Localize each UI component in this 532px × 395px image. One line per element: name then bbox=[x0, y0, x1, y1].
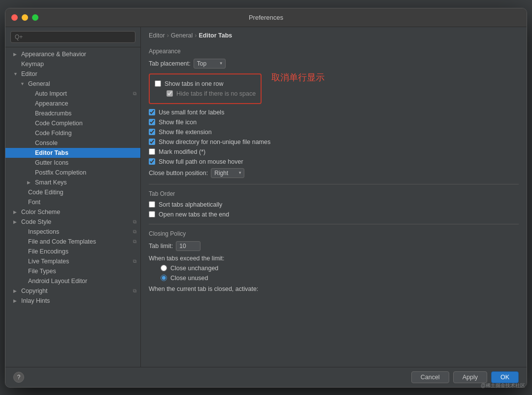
when-exceed-label-row: When tabs exceed the limit: bbox=[149, 255, 519, 262]
tabs-row-group: Show tabs in one row Hide tabs if there … bbox=[149, 72, 519, 106]
close-unchanged-label[interactable]: Close unchanged bbox=[161, 265, 218, 272]
sort-tabs-checkbox[interactable] bbox=[149, 201, 155, 208]
cancel-button[interactable]: Cancel bbox=[411, 371, 449, 383]
open-new-tabs-checkbox[interactable] bbox=[149, 211, 155, 217]
chevron-down-icon: ▼ bbox=[13, 72, 20, 76]
sidebar-item-code-completion[interactable]: Code Completion bbox=[5, 118, 140, 128]
mark-modified-checkbox[interactable] bbox=[149, 148, 155, 155]
close-button[interactable] bbox=[11, 14, 18, 21]
copy-icon: ⧉ bbox=[133, 91, 136, 97]
sidebar-item-label: General bbox=[28, 80, 50, 87]
sidebar-item-postfix-completion[interactable]: Postfix Completion bbox=[5, 168, 140, 178]
show-file-icon-label[interactable]: Show file icon bbox=[149, 119, 197, 126]
show-file-extension-label[interactable]: Show file extension bbox=[149, 129, 212, 136]
maximize-button[interactable] bbox=[32, 14, 38, 21]
sidebar-item-breadcrumbs[interactable]: Breadcrumbs bbox=[5, 108, 140, 118]
apply-button[interactable]: Apply bbox=[453, 371, 487, 383]
tab-placement-select[interactable]: Top Bottom Left Right None bbox=[194, 59, 226, 69]
sidebar-item-label: Appearance & Behavior bbox=[21, 51, 86, 58]
sidebar-item-label: Keymap bbox=[21, 61, 44, 68]
sidebar-item-android-layout-editor[interactable]: Android Layout Editor bbox=[5, 276, 140, 286]
sidebar-item-label: File Encodings bbox=[28, 248, 68, 255]
tab-limit-label: Tab limit: bbox=[149, 243, 173, 250]
sidebar-item-copyright[interactable]: ▶ Copyright ⧉ bbox=[5, 286, 140, 296]
show-tabs-label[interactable]: Show tabs in one row bbox=[155, 80, 224, 87]
use-small-font-text: Use small font for labels bbox=[159, 109, 224, 116]
ok-button[interactable]: OK bbox=[491, 371, 519, 383]
sidebar-item-label: Inlay Hints bbox=[21, 297, 50, 304]
sidebar-item-file-code-templates[interactable]: File and Code Templates ⧉ bbox=[5, 237, 140, 247]
sidebar-item-code-folding[interactable]: Code Folding bbox=[5, 128, 140, 138]
sidebar-item-editor-tabs[interactable]: Editor Tabs bbox=[5, 148, 140, 158]
sidebar-item-code-editing[interactable]: Code Editing bbox=[5, 187, 140, 197]
sidebar-item-live-templates[interactable]: Live Templates ⧉ bbox=[5, 256, 140, 266]
chevron-right-icon: ▶ bbox=[13, 298, 20, 303]
sidebar-item-inspections[interactable]: Inspections ⧉ bbox=[5, 227, 140, 237]
show-tabs-checkbox[interactable] bbox=[155, 80, 161, 87]
sidebar-item-keymap[interactable]: Keymap bbox=[5, 59, 140, 69]
show-file-icon-checkbox[interactable] bbox=[149, 119, 155, 125]
sidebar-item-file-types[interactable]: File Types bbox=[5, 266, 140, 276]
sidebar-item-label: Code Style bbox=[21, 218, 51, 225]
sidebar-item-inlay-hints[interactable]: ▶ Inlay Hints bbox=[5, 296, 140, 306]
sidebar-item-appearance-behavior[interactable]: ▶ Appearance & Behavior bbox=[5, 49, 140, 59]
show-full-path-checkbox[interactable] bbox=[149, 158, 155, 165]
sidebar-item-font[interactable]: Font bbox=[5, 197, 140, 207]
sidebar-item-color-scheme[interactable]: ▶ Color Scheme bbox=[5, 207, 140, 217]
chevron-right-icon: ▶ bbox=[27, 180, 34, 185]
use-small-font-checkbox[interactable] bbox=[149, 109, 155, 115]
watermark: @稀土掘金技术社区 bbox=[481, 382, 525, 389]
sidebar-item-label: Editor Tabs bbox=[35, 149, 68, 156]
close-unused-label[interactable]: Close unused bbox=[161, 275, 208, 282]
hide-tabs-checkbox[interactable] bbox=[166, 90, 173, 97]
sidebar-item-file-encodings[interactable]: File Encodings bbox=[5, 247, 140, 256]
show-directory-text: Show directory for non-unique file names bbox=[159, 139, 270, 145]
sort-tabs-label[interactable]: Sort tabs alphabetically bbox=[149, 201, 222, 208]
sidebar-item-auto-import[interactable]: Auto Import ⧉ bbox=[5, 89, 140, 99]
open-new-tabs-label[interactable]: Open new tabs at the end bbox=[149, 211, 229, 218]
help-button[interactable]: ? bbox=[13, 372, 24, 383]
titlebar: Preferences bbox=[5, 8, 527, 27]
copy-icon: ⧉ bbox=[133, 219, 136, 225]
close-button-position-row: Close button position: Right Left Inacti… bbox=[149, 168, 519, 178]
sidebar-item-label: Gutter Icons bbox=[35, 159, 68, 166]
sidebar: ▶ Appearance & Behavior Keymap ▼ Editor … bbox=[5, 27, 141, 367]
sidebar-item-gutter-icons[interactable]: Gutter Icons bbox=[5, 158, 140, 168]
close-unused-radio[interactable] bbox=[161, 275, 167, 281]
mark-modified-label[interactable]: Mark modified (*) bbox=[149, 148, 205, 155]
closing-policy-section-header: Closing Policy bbox=[149, 230, 519, 237]
hide-tabs-label[interactable]: Hide tabs if there is no space bbox=[166, 90, 256, 97]
close-unchanged-radio[interactable] bbox=[161, 265, 167, 271]
chevron-right-icon: ▶ bbox=[13, 288, 20, 293]
tab-limit-input[interactable] bbox=[176, 241, 200, 251]
breadcrumb-editor: Editor bbox=[149, 32, 165, 39]
hide-tabs-text: Hide tabs if there is no space bbox=[176, 90, 256, 97]
sidebar-item-label: Code Editing bbox=[28, 189, 64, 196]
show-full-path-label[interactable]: Show full path on mouse hover bbox=[149, 158, 243, 165]
show-directory-label[interactable]: Show directory for non-unique file names bbox=[149, 139, 270, 145]
sidebar-item-label: Copyright bbox=[21, 287, 48, 294]
use-small-font-label[interactable]: Use small font for labels bbox=[149, 109, 224, 116]
close-unused-row: Close unused bbox=[149, 275, 519, 282]
show-directory-checkbox[interactable] bbox=[149, 139, 155, 145]
sidebar-item-console[interactable]: Console bbox=[5, 138, 140, 148]
close-button-position-select[interactable]: Right Left Inactive bbox=[211, 168, 244, 178]
show-file-extension-checkbox[interactable] bbox=[149, 129, 155, 135]
close-unchanged-text: Close unchanged bbox=[170, 265, 218, 272]
tabs-row-box: Show tabs in one row Hide tabs if there … bbox=[149, 73, 262, 104]
breadcrumb-general: General bbox=[171, 32, 193, 39]
search-input[interactable] bbox=[10, 31, 135, 43]
sidebar-item-code-style[interactable]: ▶ Code Style ⧉ bbox=[5, 217, 140, 227]
tab-placement-select-wrapper: Top Bottom Left Right None bbox=[194, 59, 226, 69]
sidebar-item-appearance[interactable]: Appearance bbox=[5, 99, 140, 108]
close-button-position-select-wrapper: Right Left Inactive bbox=[211, 168, 244, 178]
sidebar-item-general[interactable]: ▼ General bbox=[5, 79, 140, 89]
breadcrumb-sep-2: › bbox=[195, 32, 197, 39]
window-controls bbox=[11, 14, 38, 21]
sidebar-item-editor[interactable]: ▼ Editor bbox=[5, 69, 140, 79]
minimize-button[interactable] bbox=[22, 14, 28, 21]
footer: ? Cancel Apply OK bbox=[5, 367, 527, 387]
appearance-section-header: Appearance bbox=[149, 48, 519, 55]
sort-tabs-row: Sort tabs alphabetically bbox=[149, 201, 519, 208]
sidebar-item-smart-keys[interactable]: ▶ Smart Keys bbox=[5, 178, 140, 187]
